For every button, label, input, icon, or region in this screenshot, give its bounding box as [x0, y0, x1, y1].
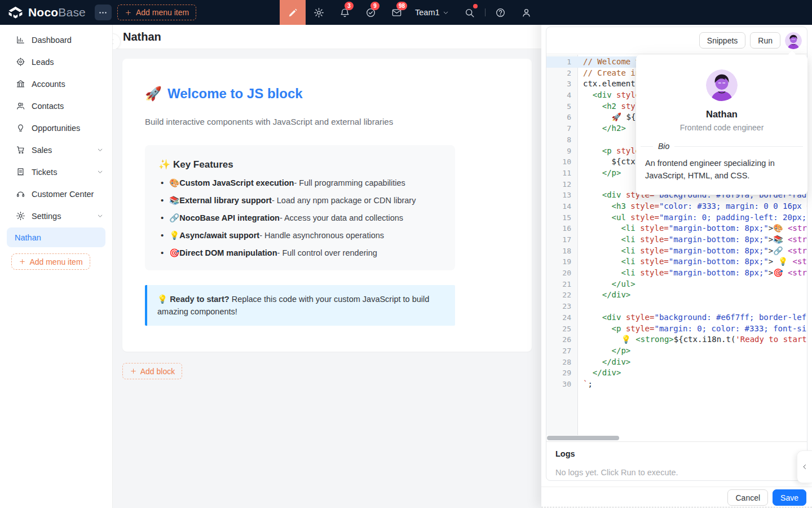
- code-line[interactable]: 26 💡 <strong>${ctx.i18n.t('Ready to star…: [546, 334, 807, 345]
- bulb-icon: [16, 123, 25, 133]
- code-line[interactable]: 21 </ul>: [546, 279, 807, 290]
- code-line-text: 💡 <strong>${ctx.i18n.t('Ready to start?'…: [578, 334, 807, 345]
- sidebar-item-sales[interactable]: Sales: [0, 139, 112, 161]
- code-line-text: [578, 301, 807, 312]
- chart-icon: [16, 35, 25, 45]
- add-block-button[interactable]: Add block: [122, 363, 182, 379]
- header-add-menu-item-button[interactable]: Add menu item: [117, 5, 196, 20]
- line-number: 20: [546, 268, 578, 279]
- feature-emoji-icon: 🎯: [169, 248, 179, 258]
- main-area: Nathan 🚀 Welcome to JS block Build inter…: [113, 25, 541, 508]
- js-block-card[interactable]: 🚀 Welcome to JS block Build interactive …: [122, 59, 532, 352]
- menu-overflow-button[interactable]: [95, 5, 112, 20]
- code-line[interactable]: 20 <li style="margin-bottom: 8px;">🎯 <st…: [546, 268, 807, 279]
- code-line[interactable]: 16 <li style="margin-bottom: 8px;">🎨 <st…: [546, 223, 807, 234]
- line-number: 10: [546, 156, 578, 168]
- feature-emoji-icon: 📚: [169, 196, 179, 205]
- messages-button[interactable]: 98: [383, 0, 409, 25]
- feature-desc: - Full programming capabilities: [294, 178, 405, 188]
- line-number: 4: [546, 90, 578, 101]
- plugin-settings-button[interactable]: [306, 0, 332, 25]
- notifications-badge: 3: [345, 2, 354, 10]
- target-icon: [16, 57, 25, 67]
- page-title: Nathan: [123, 30, 161, 43]
- avatar: [785, 32, 802, 49]
- code-line-text: </div>: [578, 367, 807, 379]
- chevron-left-icon: [801, 463, 809, 471]
- code-line[interactable]: 18 <li style="margin-bottom: 8px;">🔗 <st…: [546, 246, 807, 257]
- code-line[interactable]: 29 </div>: [546, 367, 807, 379]
- bank-icon: [16, 79, 25, 89]
- sidebar-add-menu-item-button[interactable]: Add menu item: [11, 253, 90, 270]
- plus-icon: [130, 367, 137, 375]
- welcome-title: 🚀 Welcome to JS block: [145, 86, 509, 102]
- line-number: 16: [546, 223, 578, 234]
- feature-desc: - Full control over rendering: [277, 248, 377, 258]
- line-number: 29: [546, 367, 578, 379]
- sidebar-item-customer-center[interactable]: Customer Center: [0, 183, 112, 205]
- code-line[interactable]: 23: [546, 301, 807, 312]
- sidebar-item-opportunities[interactable]: Opportunities: [0, 117, 112, 139]
- line-number: 12: [546, 179, 578, 190]
- code-line[interactable]: 24 <div style="background: #e6f7ff; bord…: [546, 312, 807, 323]
- key-features-list: •🎨 Custom JavaScript execution - Full pr…: [158, 178, 442, 258]
- headset-icon: [16, 189, 25, 199]
- ready-to-start-note: 💡 Ready to start? Replace this code with…: [145, 285, 455, 326]
- code-line[interactable]: 28 </div>: [546, 357, 807, 368]
- cancel-button[interactable]: Cancel: [727, 489, 768, 506]
- sidebar-item-accounts[interactable]: Accounts: [0, 73, 112, 95]
- save-button[interactable]: Save: [773, 489, 806, 506]
- team-selector[interactable]: Team1: [415, 8, 449, 17]
- page-header: Nathan: [113, 25, 541, 49]
- sidebar-item-tickets[interactable]: Tickets: [0, 161, 112, 183]
- line-number: 14: [546, 201, 578, 212]
- code-line-text: <li style="margin-bottom: 8px;">📚 <stron…: [578, 234, 807, 246]
- designer-dashed-border: [541, 507, 812, 507]
- code-line[interactable]: 22 </div>: [546, 290, 807, 301]
- code-line-text: <ul style="margin: 0; padding-left: 20px…: [578, 212, 807, 224]
- tasks-button[interactable]: 9: [358, 0, 383, 25]
- sidebar-item-label: Customer Center: [32, 190, 94, 199]
- key-features-box: ✨ Key Features •🎨 Custom JavaScript exec…: [145, 145, 455, 270]
- contacts-icon: [16, 101, 25, 111]
- sidebar-item-nathan[interactable]: Nathan: [7, 227, 105, 247]
- run-button[interactable]: Run: [750, 32, 780, 49]
- notifications-button[interactable]: 3: [332, 0, 358, 25]
- code-line-text: <li style="margin-bottom: 8px;"> 💡 <stro…: [578, 256, 807, 268]
- sidebar-item-leads[interactable]: Leads: [0, 51, 112, 73]
- context-avatar-button[interactable]: [785, 32, 802, 49]
- code-line[interactable]: 15 <ul style="margin: 0; padding-left: 2…: [546, 212, 807, 224]
- chevron-down-icon: [97, 147, 103, 153]
- code-line[interactable]: 27 </p>: [546, 345, 807, 357]
- code-line[interactable]: 19 <li style="margin-bottom: 8px;"> 💡 <s…: [546, 256, 807, 268]
- user-icon: [521, 7, 532, 18]
- line-number: 3: [546, 78, 578, 90]
- line-number: 2: [546, 68, 578, 79]
- sidebar-item-contacts[interactable]: Contacts: [0, 95, 112, 117]
- help-button[interactable]: [488, 0, 514, 25]
- ui-editor-toggle-button[interactable]: [280, 0, 306, 25]
- line-number: 6: [546, 112, 578, 123]
- avatar: [706, 69, 738, 101]
- line-number: 23: [546, 301, 578, 312]
- ellipsis-icon: [98, 8, 108, 17]
- sidebar-item-dashboard[interactable]: Dashboard: [0, 29, 112, 51]
- line-number: 21: [546, 279, 578, 290]
- feature-label: External library support: [179, 196, 272, 205]
- code-line[interactable]: 14 <h3 style="color: #333; margin: 0 0 1…: [546, 201, 807, 212]
- editor-horizontal-scrollbar[interactable]: [547, 436, 619, 440]
- sidebar-item-label: Contacts: [32, 102, 64, 111]
- bullet: •: [161, 195, 164, 205]
- search-button[interactable]: [457, 0, 483, 25]
- nocobase-logo[interactable]: NocoBase: [0, 6, 86, 19]
- code-line[interactable]: 17 <li style="margin-bottom: 8px;">📚 <st…: [546, 234, 807, 246]
- sidebar-item-label: Settings: [32, 212, 61, 221]
- code-line[interactable]: 25 <p style="margin: 0; color: #333; fon…: [546, 323, 807, 335]
- drawer-collapse-tab[interactable]: [797, 450, 812, 483]
- user-menu-button[interactable]: [514, 0, 540, 25]
- chevron-down-icon: [97, 169, 103, 175]
- code-line[interactable]: 30`;: [546, 379, 807, 390]
- sidebar-item-settings[interactable]: Settings: [0, 205, 112, 227]
- snippets-button[interactable]: Snippets: [699, 32, 745, 49]
- sidebar-item-label: Sales: [32, 146, 52, 155]
